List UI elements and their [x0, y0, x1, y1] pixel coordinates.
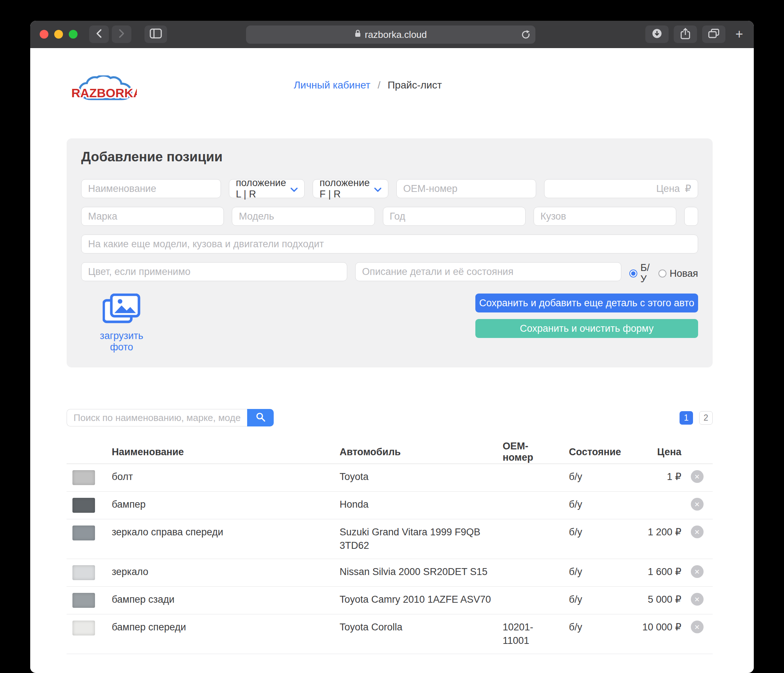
breadcrumb-current: Прайс-лист [387, 79, 442, 91]
site-header: RAZBORKA Личный кабинет / Прайс-лист [67, 48, 712, 139]
year-input[interactable] [383, 207, 526, 226]
delete-row-button[interactable]: × [691, 620, 703, 633]
row-price: 1 600 ₽ [630, 565, 681, 579]
row-car: Nissan Silvia 2000 SR20DET S15 [339, 565, 502, 579]
table-row: зеркало Nissan Silvia 2000 SR20DET S15 б… [67, 559, 712, 587]
delete-row-button[interactable]: × [691, 470, 703, 483]
row-condition: б/у [569, 593, 630, 606]
position-lr-value: положение L | R [236, 178, 286, 200]
part-thumbnail [72, 470, 95, 485]
position-lr-select[interactable]: положение L | R [229, 179, 305, 198]
save-and-add-button[interactable]: Сохранить и добавить еще деталь с этого … [475, 293, 698, 313]
delete-row-button[interactable]: × [691, 593, 703, 606]
price-input[interactable] [551, 183, 680, 195]
upload-photo-button[interactable]: загрузить фото [87, 293, 156, 353]
pagination-page-1[interactable]: 1 [680, 411, 693, 425]
delete-row-button[interactable]: × [691, 498, 703, 511]
table-row: бампер Honda б/у × [67, 492, 712, 519]
condition-used-option[interactable]: Б/У [629, 262, 650, 285]
row-car: Honda [339, 498, 502, 511]
row-price: 10 000 ₽ [630, 620, 681, 634]
search-input[interactable] [67, 409, 247, 427]
engine-input[interactable] [684, 207, 698, 226]
downloads-button[interactable] [646, 25, 669, 43]
part-thumbnail [72, 593, 95, 608]
row-name: бампер [112, 498, 339, 511]
browser-toolbar: razborka.cloud + [30, 21, 754, 48]
model-input[interactable] [232, 207, 375, 226]
table-row: бампер сзади Toyota Camry 2010 1AZFE ASV… [67, 587, 712, 614]
chevron-down-icon [374, 183, 381, 195]
table-row: бампер спереди Toyota Corolla 10201-1100… [67, 614, 712, 654]
name-input[interactable] [81, 179, 221, 198]
minimize-window-button[interactable] [54, 30, 63, 39]
description-input[interactable] [355, 262, 621, 281]
header-oem: OEM-номер [502, 441, 569, 463]
delete-row-button[interactable]: × [691, 565, 703, 578]
save-and-clear-button[interactable]: Сохранить и очистить форму [475, 319, 698, 338]
row-name: зеркало [112, 565, 339, 579]
brand-input[interactable] [81, 207, 224, 226]
new-tab-button[interactable]: + [731, 25, 748, 43]
part-thumbnail [72, 620, 95, 636]
razborka-logo[interactable]: RAZBORKA [72, 75, 137, 106]
breadcrumb-separator: / [378, 79, 380, 91]
share-button[interactable] [674, 25, 697, 43]
row-car: Toyota Corolla [339, 620, 502, 634]
radio-unchecked-icon [658, 270, 666, 277]
price-list-table: Наименование Автомобиль OEM-номер Состоя… [67, 440, 712, 654]
header-name: Наименование [112, 447, 339, 458]
row-oem: 10201-11001 [502, 620, 569, 648]
search-button[interactable] [247, 409, 274, 427]
logo-text: RAZBORKA [72, 86, 137, 100]
row-name: болт [112, 470, 339, 484]
sidebar-toggle-button[interactable] [145, 25, 167, 43]
body-input[interactable] [534, 207, 676, 226]
chevron-left-icon [96, 29, 102, 40]
color-input[interactable] [81, 262, 347, 281]
radio-checked-icon [629, 270, 637, 277]
pagination-page-2[interactable]: 2 [699, 411, 712, 425]
condition-radio-group: Б/У Новая [629, 262, 698, 285]
part-thumbnail [72, 565, 95, 580]
chevron-right-icon [119, 29, 124, 40]
close-window-button[interactable] [40, 30, 48, 39]
compatibility-input[interactable] [81, 235, 698, 254]
download-icon [652, 28, 663, 41]
oem-input[interactable] [397, 179, 536, 198]
breadcrumb-account-link[interactable]: Личный кабинет [294, 79, 370, 91]
cloud-logo-icon: RAZBORKA [72, 75, 137, 106]
table-row: зеркало справа спереди Suzuki Grand Vita… [67, 519, 712, 559]
row-car: Toyota [339, 470, 502, 484]
plus-icon: + [735, 26, 743, 42]
row-name: бампер сзади [112, 593, 339, 606]
table-row: болт Toyota б/у 1 ₽ × [67, 464, 712, 492]
delete-row-button[interactable]: × [691, 525, 703, 538]
back-button[interactable] [89, 25, 109, 43]
toolbar-right-buttons: + [646, 25, 748, 43]
address-bar[interactable]: razborka.cloud [246, 25, 535, 44]
position-fr-select[interactable]: положение F | R [313, 179, 388, 198]
sidebar-icon [149, 28, 162, 40]
row-car: Suzuki Grand Vitara 1999 F9QB 3TD62 [339, 525, 502, 553]
tab-overview-button[interactable] [702, 25, 725, 43]
breadcrumb: Личный кабинет / Прайс-лист [294, 79, 442, 91]
row-condition: б/у [569, 498, 630, 511]
table-header-row: Наименование Автомобиль OEM-номер Состоя… [67, 440, 712, 464]
row-price: 5 000 ₽ [630, 593, 681, 606]
row-condition: б/у [569, 620, 630, 634]
table-body: болт Toyota б/у 1 ₽ × бампер Honda б/у ×… [67, 464, 712, 654]
condition-new-label: Новая [670, 268, 698, 279]
condition-new-option[interactable]: Новая [658, 268, 698, 279]
forward-button[interactable] [112, 25, 131, 43]
header-condition: Состояние [569, 447, 630, 458]
reload-button[interactable] [521, 30, 530, 39]
row-price: 1 ₽ [630, 470, 681, 484]
add-item-panel: Добавление позиции положение L | R полож… [67, 139, 712, 368]
row-car: Toyota Camry 2010 1AZFE ASV70 [339, 593, 502, 606]
zoom-window-button[interactable] [69, 30, 78, 39]
header-car: Автомобиль [339, 447, 502, 458]
search-icon [255, 412, 266, 424]
currency-symbol: ₽ [685, 183, 691, 195]
position-fr-value: положение F | R [320, 178, 370, 200]
